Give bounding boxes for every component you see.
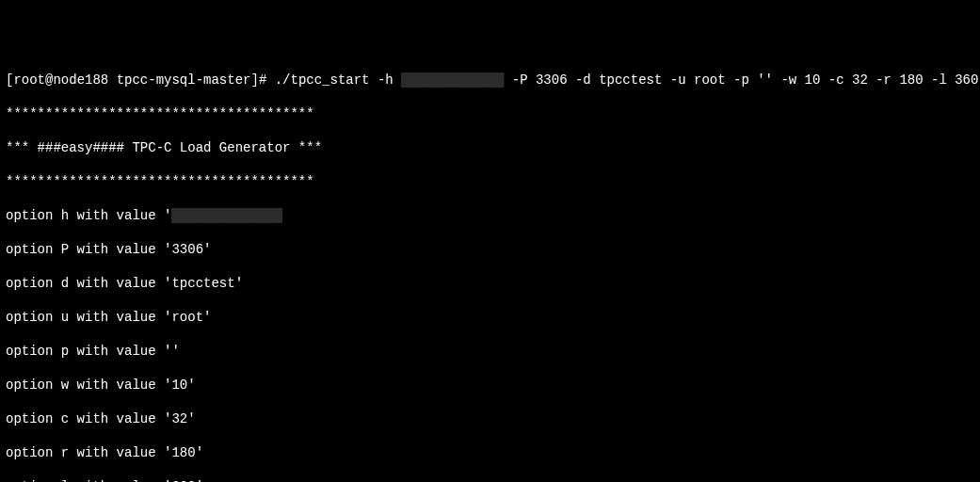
option-u: option u with value 'root' — [6, 309, 974, 326]
option-h-redact: ███.██.███ ██' — [171, 208, 282, 223]
divider-2: *************************************** — [6, 173, 974, 190]
option-h: option h with value '███.██.███ ██' — [6, 207, 974, 224]
title-line: *** ###easy#### TPC-C Load Generator *** — [6, 139, 974, 156]
option-d: option d with value 'tpcctest' — [6, 275, 974, 292]
prompt-line[interactable]: [root@node188 tpcc-mysql-master]# ./tpcc… — [6, 72, 974, 88]
option-r: option r with value '180' — [6, 444, 974, 461]
option-p: option p with value '' — [6, 343, 974, 360]
cmd-name: ./tpcc_start — [275, 72, 370, 88]
cmd-host-redacted: ███.██.███.██ — [401, 72, 504, 88]
divider-1: *************************************** — [6, 105, 974, 122]
cmd-pre: -h — [370, 72, 402, 88]
prompt-user: root — [13, 72, 45, 88]
prompt-close: ] — [250, 72, 258, 88]
prompt-sep — [266, 72, 274, 88]
prompt-space — [108, 72, 116, 88]
option-w: option w with value '10' — [6, 377, 974, 394]
option-c: option c with value '32' — [6, 410, 974, 427]
cmd-rest: -P 3306 -d tpcctest -u root -p '' -w 10 … — [504, 72, 980, 88]
prompt-host: node188 — [53, 72, 108, 88]
prompt-cwd: tpcc-mysql-master — [117, 72, 251, 88]
option-h-pre: option h with value ' — [6, 208, 171, 223]
option-l: option l with value '360' — [6, 478, 974, 482]
option-P: option P with value '3306' — [6, 241, 974, 258]
